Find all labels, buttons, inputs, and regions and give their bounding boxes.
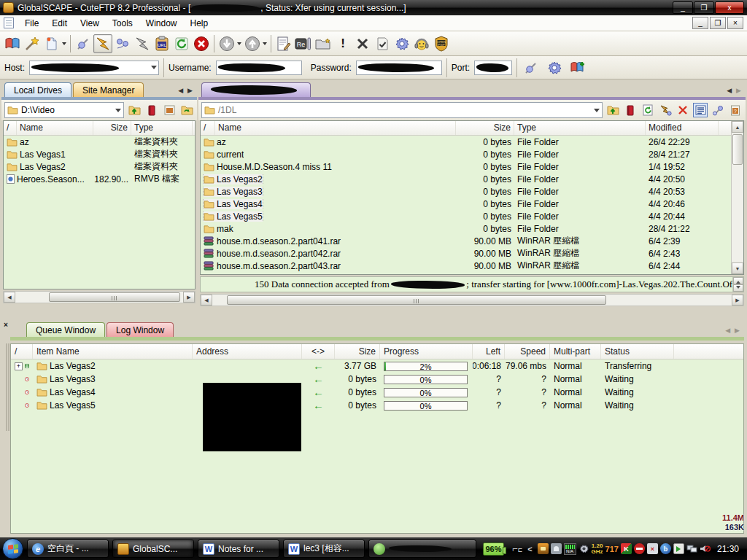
- scroll-up-icon[interactable]: ▲: [732, 121, 743, 133]
- priority-icon[interactable]: !: [333, 34, 352, 53]
- mdi-restore-button[interactable]: ❐: [710, 17, 726, 29]
- blocked-tray-icon[interactable]: [634, 543, 645, 554]
- mdi-minimize-button[interactable]: _: [692, 17, 708, 29]
- cpu-speed-tray-text[interactable]: 1.20GHz: [592, 543, 603, 555]
- file-row[interactable]: Las Vegas2 0 bytes File Folder 4/4 20:50: [201, 173, 743, 185]
- podcast-icon[interactable]: [412, 34, 431, 53]
- verify-icon[interactable]: [373, 34, 392, 53]
- download-icon[interactable]: [217, 34, 236, 53]
- taskbar-item-messenger[interactable]: [368, 540, 476, 558]
- host-combo-arrow[interactable]: [151, 66, 157, 72]
- red-book-icon[interactable]: [144, 103, 159, 117]
- url-clipboard-icon[interactable]: URL: [152, 34, 171, 53]
- minimize-button[interactable]: _: [673, 1, 693, 14]
- queue-grip-handle[interactable]: [6, 343, 9, 431]
- new-document-dropdown-caret[interactable]: [62, 42, 66, 47]
- column-modified[interactable]: Modified: [646, 121, 719, 135]
- list-view-icon[interactable]: [693, 103, 708, 117]
- file-row[interactable]: Las Vegas2 檔案資料夾: [4, 160, 195, 173]
- new-folder-icon[interactable]: [314, 34, 333, 53]
- menu-help[interactable]: Help: [184, 17, 215, 30]
- queue-row[interactable]: + Las Vegas2 ← 3.77 GB 2% 0:06:18 79.06 …: [11, 359, 743, 373]
- mdi-document-icon[interactable]: [4, 18, 14, 28]
- file-row[interactable]: az 檔案資料夾: [4, 136, 195, 148]
- column-left[interactable]: Left: [473, 344, 505, 359]
- restore-button[interactable]: ❐: [694, 1, 714, 14]
- delete-icon[interactable]: [353, 34, 372, 53]
- queue-row[interactable]: Las Vegas3 ← 0 bytes 0% ? ? Normal Waiti…: [11, 373, 743, 386]
- red-book-icon[interactable]: [623, 103, 638, 117]
- column-item-name[interactable]: Item Name: [33, 344, 193, 359]
- connection-settings-gear-icon[interactable]: [545, 58, 564, 77]
- password-input[interactable]: [356, 61, 442, 75]
- column-type[interactable]: Type: [514, 121, 646, 135]
- mdi-close-button[interactable]: ×: [727, 17, 743, 29]
- tab-scroll-right-icon[interactable]: ▶: [187, 87, 193, 94]
- tab-scroll-left-icon[interactable]: ◀: [178, 87, 183, 94]
- column-size[interactable]: Size: [456, 121, 514, 135]
- tab-scroll-right-icon[interactable]: ▶: [736, 87, 741, 94]
- tab-scroll-left-icon[interactable]: ◀: [725, 327, 730, 334]
- photo-viewer-tray-icon[interactable]: [538, 543, 549, 554]
- upload-icon[interactable]: [243, 34, 262, 53]
- file-row[interactable]: current 0 bytes File Folder 28/4 21:27: [201, 148, 743, 160]
- volume-muted-tray-icon[interactable]: [700, 543, 711, 554]
- menu-tools[interactable]: Tools: [106, 17, 139, 30]
- local-path-combo-arrow[interactable]: [115, 109, 121, 115]
- file-row[interactable]: house.m.d.season.2.part042.rar 90.00 MB …: [201, 247, 743, 260]
- add-site-book-icon[interactable]: [568, 58, 587, 77]
- column-size[interactable]: Size: [93, 121, 131, 135]
- network-tray-icon[interactable]: [686, 543, 697, 554]
- column-address[interactable]: Address: [193, 344, 302, 359]
- site-manager-book-icon[interactable]: [3, 34, 22, 53]
- close-button[interactable]: x: [715, 1, 744, 14]
- username-input[interactable]: [216, 61, 302, 75]
- rename-icon[interactable]: Re: [294, 34, 313, 53]
- refresh-icon[interactable]: [172, 34, 191, 53]
- taskbar-item-cuteftp[interactable]: GlobalSC...: [112, 540, 194, 558]
- schedule-icon[interactable]: [274, 34, 293, 53]
- local-horizontal-scrollbar[interactable]: ◀ ▶: [3, 291, 196, 303]
- file-row[interactable]: Las Vegas3 0 bytes File Folder 4/4 20:53: [201, 185, 743, 198]
- queue-close-icon[interactable]: ×: [4, 321, 8, 329]
- tab-remote-site[interactable]: [201, 82, 311, 97]
- file-row[interactable]: mak 0 bytes File Folder 28/4 21:22: [201, 222, 743, 235]
- refresh-page-icon[interactable]: [640, 103, 655, 117]
- settings-gear-icon[interactable]: [392, 34, 411, 53]
- pointer-plug-icon[interactable]: [658, 103, 673, 117]
- remote-vertical-scrollbar[interactable]: ▲ ▼: [731, 121, 743, 274]
- remote-path-combo[interactable]: /1DL: [201, 102, 603, 118]
- connection-wizard-wand-icon[interactable]: [23, 34, 42, 53]
- new-document-icon[interactable]: [42, 34, 61, 53]
- quick-connect-bolt-icon[interactable]: [93, 34, 112, 53]
- column-type[interactable]: Type: [131, 121, 193, 135]
- scroll-down-icon[interactable]: ▼: [732, 262, 743, 274]
- upload-dropdown-caret[interactable]: [263, 42, 267, 47]
- taskbar-clock[interactable]: 21:30: [717, 544, 739, 554]
- file-row[interactable]: Las Vegas4 0 bytes File Folder 4/4 20:46: [201, 198, 743, 210]
- port-input[interactable]: [474, 61, 512, 75]
- scrollbar-thumb[interactable]: [732, 134, 743, 165]
- file-row[interactable]: house.m.d.season.2.part041.rar 90.00 MB …: [201, 235, 743, 247]
- column-sort[interactable]: /: [11, 344, 33, 359]
- stop-icon[interactable]: [192, 34, 211, 53]
- file-row[interactable]: az 0 bytes File Folder 26/4 22:29: [201, 136, 743, 148]
- tab-local-drives[interactable]: Local Drives: [4, 82, 71, 97]
- column-name[interactable]: Name: [215, 121, 456, 135]
- menu-view[interactable]: View: [74, 17, 106, 30]
- file-row[interactable]: Las Vegas1 檔案資料夾: [4, 148, 195, 160]
- folder-question-icon[interactable]: ?: [728, 103, 743, 117]
- remote-path-combo-arrow[interactable]: [594, 109, 600, 115]
- menu-edit[interactable]: Edit: [45, 17, 74, 30]
- folder-view-icon[interactable]: [162, 103, 177, 117]
- column-progress[interactable]: Progress: [380, 344, 473, 359]
- download-dropdown-caret[interactable]: [237, 42, 241, 47]
- folder-up-icon[interactable]: [605, 103, 620, 117]
- menu-file[interactable]: File: [18, 17, 45, 30]
- folder-up-icon[interactable]: [127, 103, 142, 117]
- column-sort[interactable]: /: [201, 121, 215, 135]
- queue-row[interactable]: Las Vegas4 ← 0 bytes 0% ? ? Normal Waiti…: [11, 386, 743, 399]
- taskbar-item-browser[interactable]: e空白頁 - ...: [27, 540, 109, 558]
- connect-plug-icon[interactable]: [74, 34, 93, 53]
- delete-x-icon[interactable]: [676, 103, 690, 117]
